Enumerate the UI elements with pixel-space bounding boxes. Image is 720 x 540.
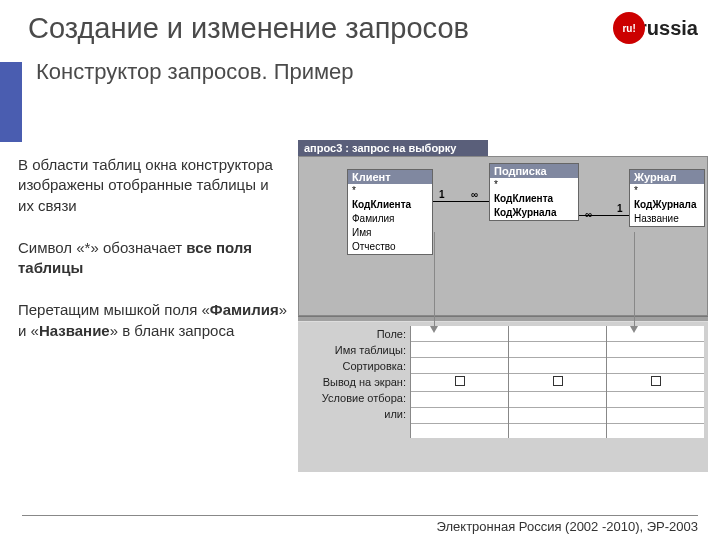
show-checkbox[interactable] [651, 376, 661, 386]
cell-show[interactable] [411, 376, 508, 392]
label-pole: Поле: [302, 326, 406, 342]
p2-text: Символ «*» обозначает [18, 239, 186, 256]
show-checkbox[interactable] [455, 376, 465, 386]
rel-many: ∞ [585, 209, 592, 220]
logo-text: russia [639, 17, 698, 40]
footer-divider [22, 515, 698, 516]
field-star[interactable]: * [348, 184, 432, 198]
p3d: Название [39, 322, 110, 339]
cell-table[interactable] [607, 342, 704, 358]
accent-strip [0, 62, 22, 142]
query-designer: апрос3 : запрос на выборку Клиент * КодК… [298, 140, 708, 480]
field-familia[interactable]: Фамилия [348, 212, 432, 226]
cell-field[interactable] [509, 326, 606, 342]
paragraph-3: Перетащим мышкой поля «Фамилия» и «Назва… [18, 300, 288, 341]
cell-show[interactable] [607, 376, 704, 392]
cell-or[interactable] [509, 408, 606, 424]
cell-table[interactable] [411, 342, 508, 358]
field-imya[interactable]: Имя [348, 226, 432, 240]
table-header[interactable]: Журнал [630, 170, 704, 184]
field-star[interactable]: * [490, 178, 578, 192]
field-nazvanie[interactable]: Название [630, 212, 704, 226]
cell-table[interactable] [509, 342, 606, 358]
field-kodzhurnala[interactable]: КодЖурнала [630, 198, 704, 212]
drag-arrow-icon [630, 326, 638, 333]
cell-sort[interactable] [509, 358, 606, 374]
cell-or[interactable] [411, 408, 508, 424]
table-zhurnal[interactable]: Журнал * КодЖурнала Название [629, 169, 705, 227]
design-grid: Поле: Имя таблицы: Сортировка: Вывод на … [298, 322, 708, 472]
field-star[interactable]: * [630, 184, 704, 198]
logo: ru! russia [613, 12, 698, 44]
cell-sort[interactable] [607, 358, 704, 374]
grid-column[interactable] [606, 326, 704, 438]
field-kodklienta[interactable]: КодКлиента [348, 198, 432, 212]
rel-one: 1 [439, 189, 445, 200]
label-uslovie: Условие отбора: [302, 390, 406, 406]
label-ili: или: [302, 406, 406, 422]
label-imya-tablitsy: Имя таблицы: [302, 342, 406, 358]
show-checkbox[interactable] [553, 376, 563, 386]
grid-columns [410, 322, 708, 472]
label-vyvod: Вывод на экран: [302, 374, 406, 390]
cell-criteria[interactable] [509, 392, 606, 408]
cell-sort[interactable] [411, 358, 508, 374]
table-klient[interactable]: Клиент * КодКлиента Фамилия Имя Отчество [347, 169, 433, 255]
paragraph-1: В области таблиц окна конструктора изобр… [18, 155, 288, 216]
field-kodzhurnala[interactable]: КодЖурнала [490, 206, 578, 220]
cell-or[interactable] [607, 408, 704, 424]
relationship-line[interactable] [433, 201, 489, 202]
rel-one: 1 [617, 203, 623, 214]
page-title: Создание и изменение запросов [0, 0, 720, 45]
p3e: » в бланк запроса [110, 322, 235, 339]
rel-many: ∞ [471, 189, 478, 200]
drag-arrow-line [634, 232, 635, 328]
field-otchestvo[interactable]: Отчество [348, 240, 432, 254]
cell-show[interactable] [509, 376, 606, 392]
description-column: В области таблиц окна конструктора изобр… [18, 155, 288, 363]
table-header[interactable]: Подписка [490, 164, 578, 178]
grid-row-labels: Поле: Имя таблицы: Сортировка: Вывод на … [298, 322, 410, 472]
table-header[interactable]: Клиент [348, 170, 432, 184]
cell-field[interactable] [607, 326, 704, 342]
logo-ball-icon: ru! [613, 12, 645, 44]
drag-arrow-icon [430, 326, 438, 333]
drag-arrow-line [434, 232, 435, 328]
tables-pane[interactable]: Клиент * КодКлиента Фамилия Имя Отчество… [298, 156, 708, 316]
field-kodklienta[interactable]: КодКлиента [490, 192, 578, 206]
cell-field[interactable] [411, 326, 508, 342]
cell-criteria[interactable] [411, 392, 508, 408]
label-sortirovka: Сортировка: [302, 358, 406, 374]
page-subtitle: Конструктор запросов. Пример [0, 45, 720, 85]
paragraph-2: Символ «*» обозначает все поля таблицы [18, 238, 288, 279]
p3b: Фамилия [210, 301, 279, 318]
p3a: Перетащим мышкой поля « [18, 301, 210, 318]
grid-column[interactable] [410, 326, 508, 438]
footer-text: Электронная Россия (2002 -2010), ЭР-2003 [437, 519, 698, 534]
table-podpiska[interactable]: Подписка * КодКлиента КодЖурнала [489, 163, 579, 221]
window-titlebar: апрос3 : запрос на выборку [298, 140, 488, 156]
cell-criteria[interactable] [607, 392, 704, 408]
grid-column[interactable] [508, 326, 606, 438]
